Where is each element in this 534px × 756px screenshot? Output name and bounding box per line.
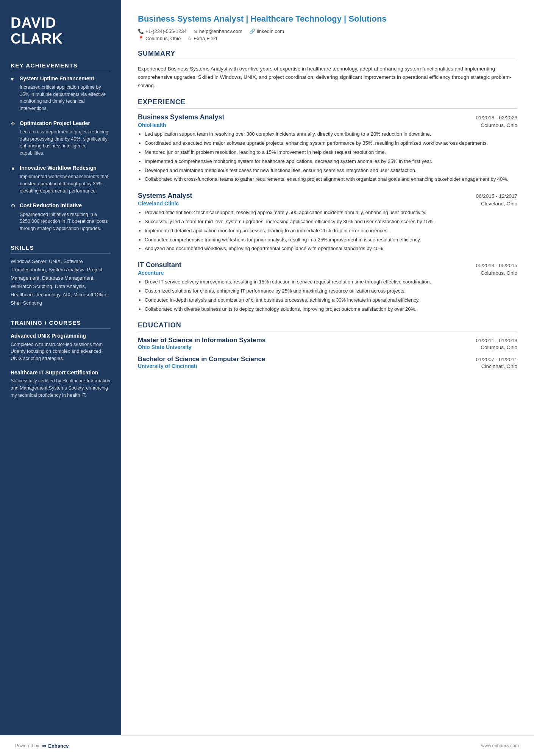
phone-contact: 📞 +1-(234)-555-1234 xyxy=(138,28,187,34)
powered-by-text: Powered by xyxy=(15,743,39,748)
exp-location: Columbus, Ohio xyxy=(481,122,517,128)
achievement-title: System Uptime Enhancement xyxy=(20,75,94,82)
star-icon: ☆ xyxy=(187,36,192,41)
edu-degree: Master of Science in Information Systems xyxy=(138,337,265,344)
exp-bullet: Led application support team in resolvin… xyxy=(145,130,517,138)
contact-row-2: 📍 Columbus, Ohio ☆ Extra Field xyxy=(138,36,517,41)
location-contact: 📍 Columbus, Ohio xyxy=(138,36,181,41)
summary-text: Experienced Business Systems Analyst wit… xyxy=(138,65,517,90)
achievements-title: KEY ACHIEVEMENTS xyxy=(11,62,111,71)
exp-job-title: IT Consultant xyxy=(138,261,181,269)
main-content: Business Systems Analyst | Healthcare Te… xyxy=(121,0,534,735)
exp-job-title: Business Systems Analyst xyxy=(138,113,224,121)
phone-text: +1-(234)-555-1234 xyxy=(145,28,187,34)
footer-website: www.enhancv.com xyxy=(481,743,519,748)
edu-dates: 01/2007 - 01/2011 xyxy=(476,357,517,362)
achievement-desc: Spearheaded initiatives resulting in a $… xyxy=(11,211,111,232)
achievement-desc: Led a cross-departmental project reducin… xyxy=(11,128,111,157)
edu-degree: Bachelor of Science in Computer Science xyxy=(138,355,265,363)
job-title-header: Business Systems Analyst | Healthcare Te… xyxy=(138,14,517,41)
exp-company: Accenture xyxy=(138,270,164,276)
experience-divider xyxy=(138,108,517,109)
achievement-title: Innovative Workflow Redesign xyxy=(20,164,97,171)
exp-bullet: Implemented detailed application monitor… xyxy=(145,227,517,235)
exp-bullets: Led application support team in resolvin… xyxy=(138,130,517,183)
job-title: Business Systems Analyst | Healthcare Te… xyxy=(138,14,517,25)
achievement-desc: Increased critical application uptime by… xyxy=(11,84,111,112)
exp-bullet: Collaborated with diverse business units… xyxy=(145,305,517,313)
exp-location: Cleveland, Ohio xyxy=(481,201,517,207)
training-desc: Completed with Instructor-led sessions f… xyxy=(11,341,111,362)
exp-company: OhioHealth xyxy=(138,122,166,128)
exp-bullet: Mentored junior staff in problem resolut… xyxy=(145,149,517,157)
candidate-name: DAVID CLARK xyxy=(11,15,111,47)
exp-company: Cleveland Clinic xyxy=(138,200,179,207)
experience-title: EXPERIENCE xyxy=(138,98,517,106)
training-title: Healthcare IT Support Certification xyxy=(11,369,111,376)
education-block: Bachelor of Science in Computer Science … xyxy=(138,355,517,369)
location-icon: 📍 xyxy=(138,36,144,41)
linkedin-icon: 🔗 xyxy=(249,28,255,34)
training-section: TRAINING / COURSES Advanced UNIX Program… xyxy=(11,319,111,399)
enhancv-logo-symbol: ∞ xyxy=(41,742,46,750)
exp-bullet: Drove IT service delivery improvements, … xyxy=(145,278,517,286)
exp-bullets: Provided efficient tier-2 technical supp… xyxy=(138,209,517,253)
training-item: Healthcare IT Support Certification Succ… xyxy=(11,369,111,399)
summary-title: SUMMARY xyxy=(138,50,517,58)
linkedin-contact: 🔗 linkedin.com xyxy=(249,28,284,34)
exp-bullet: Analyzed and documented workflows, impro… xyxy=(145,245,517,253)
education-title: EDUCATION xyxy=(138,321,517,329)
email-text: help@enhancv.com xyxy=(199,28,242,34)
experience-list: Business Systems Analyst 01/2018 - 02/20… xyxy=(138,113,517,313)
exp-job-title: Systems Analyst xyxy=(138,192,192,200)
exp-dates: 05/2013 - 05/2015 xyxy=(476,263,517,268)
sidebar: DAVID CLARK KEY ACHIEVEMENTS ♥ System Up… xyxy=(0,0,121,735)
achievements-section: KEY ACHIEVEMENTS ♥ System Uptime Enhance… xyxy=(11,62,111,232)
achievement-item: ★ Innovative Workflow Redesign Implement… xyxy=(11,164,111,194)
email-icon: ✉ xyxy=(194,28,198,34)
brand-name: Enhancv xyxy=(48,743,69,749)
training-item: Advanced UNIX Programming Completed with… xyxy=(11,332,111,362)
training-list: Advanced UNIX Programming Completed with… xyxy=(11,332,111,399)
exp-dates: 01/2018 - 02/2023 xyxy=(476,115,517,121)
exp-location: Columbus, Ohio xyxy=(481,270,517,276)
contact-row: 📞 +1-(234)-555-1234 ✉ help@enhancv.com 🔗… xyxy=(138,28,517,34)
exp-bullet: Implemented a comprehensive monitoring s… xyxy=(145,158,517,166)
achievement-icon: ⚙ xyxy=(11,121,17,127)
experience-block: Business Systems Analyst 01/2018 - 02/20… xyxy=(138,113,517,183)
footer: Powered by ∞ Enhancv www.enhancv.com xyxy=(0,735,534,756)
exp-bullet: Provided efficient tier-2 technical supp… xyxy=(145,209,517,217)
linkedin-text: linkedin.com xyxy=(257,28,284,34)
skills-title: SKILLS xyxy=(11,244,111,254)
training-title: Advanced UNIX Programming xyxy=(11,332,111,339)
exp-bullet: Coordinated and executed two major softw… xyxy=(145,139,517,147)
exp-bullet: Successfully led a team for mid-level sy… xyxy=(145,218,517,226)
location-text: Columbus, Ohio xyxy=(145,36,181,41)
phone-icon: 📞 xyxy=(138,28,144,34)
exp-bullet: Customized solutions for clients, enhanc… xyxy=(145,287,517,295)
achievement-item: ⚙ Cost Reduction Initiative Spearheaded … xyxy=(11,202,111,232)
extra-text: Extra Field xyxy=(194,36,217,41)
achievement-title: Cost Reduction Initiative xyxy=(20,202,82,209)
edu-school: Ohio State University xyxy=(138,344,192,350)
exp-bullet: Conducted in-depth analysis and optimiza… xyxy=(145,296,517,304)
edu-location: Cincinnati, Ohio xyxy=(481,363,517,369)
skills-section: SKILLS Windows Server, UNIX, Software Tr… xyxy=(11,244,111,308)
exp-bullet: Developed and maintained meticulous test… xyxy=(145,167,517,175)
experience-block: Systems Analyst 06/2015 - 12/2017 Clevel… xyxy=(138,192,517,253)
exp-bullet: Conducted comprehensive training worksho… xyxy=(145,236,517,244)
exp-dates: 06/2015 - 12/2017 xyxy=(476,193,517,199)
education-list: Master of Science in Information Systems… xyxy=(138,337,517,369)
achievement-desc: Implemented workflow enhancements that b… xyxy=(11,173,111,194)
achievement-title: Optimization Project Leader xyxy=(20,120,90,127)
achievement-item: ♥ System Uptime Enhancement Increased cr… xyxy=(11,75,111,112)
education-block: Master of Science in Information Systems… xyxy=(138,337,517,350)
summary-divider xyxy=(138,60,517,60)
exp-bullets: Drove IT service delivery improvements, … xyxy=(138,278,517,313)
achievements-list: ♥ System Uptime Enhancement Increased cr… xyxy=(11,75,111,232)
edu-location: Columbus, Ohio xyxy=(481,344,517,350)
experience-block: IT Consultant 05/2013 - 05/2015 Accentur… xyxy=(138,261,517,313)
exp-bullet: Collaborated with cross-functional teams… xyxy=(145,175,517,183)
achievement-item: ⚙ Optimization Project Leader Led a cros… xyxy=(11,120,111,157)
training-desc: Successfully certified by Healthcare Inf… xyxy=(11,377,111,399)
